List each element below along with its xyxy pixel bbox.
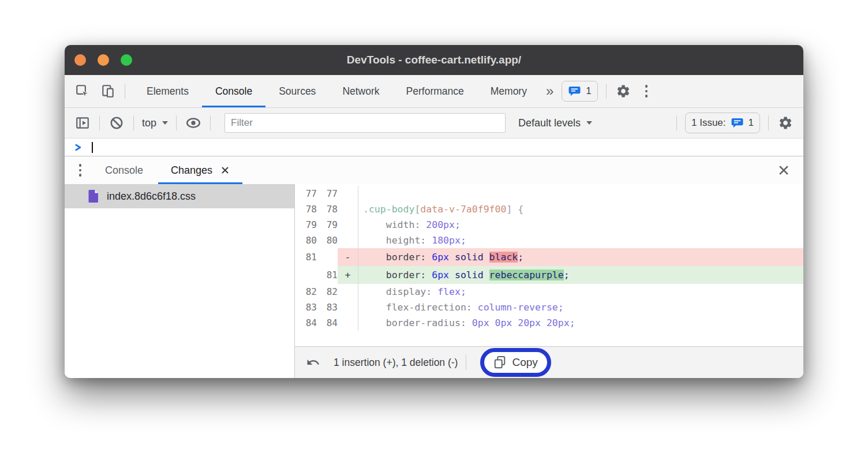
more-tools-icon[interactable]	[73, 164, 88, 177]
toolbar-divider	[125, 84, 125, 99]
diff-stats: 1 insertion (+), 1 deletion (-)	[334, 357, 458, 369]
diff-row: 7979 width: 200px;	[295, 217, 803, 233]
close-window-icon[interactable]	[74, 54, 86, 66]
changes-panel: index.8d6c6f18.css 77777878.cup-body[dat…	[65, 184, 803, 378]
log-levels-select[interactable]: Default levels	[518, 117, 592, 129]
tab-network[interactable]: Network	[329, 75, 392, 107]
diff-rows: 77777878.cup-body[data-v-7a0f9f00] {7979…	[295, 184, 803, 346]
css-file-icon	[88, 189, 99, 203]
footer-divider	[466, 355, 466, 370]
issue-message-icon	[731, 118, 744, 129]
line-number-before: 80	[295, 233, 317, 248]
line-number-before: 81	[295, 248, 317, 266]
copy-button[interactable]: Copy	[480, 348, 551, 377]
code-line: border: 6px solid black;	[358, 248, 803, 266]
diff-row: 8080 height: 180px;	[295, 233, 803, 248]
line-number-after: 80	[317, 233, 338, 248]
code-line: width: 200px;	[358, 217, 803, 233]
settings-gear-icon[interactable]	[615, 82, 632, 100]
issue-message-icon	[568, 86, 581, 97]
drawer-tab-console[interactable]: Console	[91, 156, 157, 184]
traffic-lights	[74, 54, 132, 66]
drawer-tab-changes[interactable]: Changes	[157, 156, 244, 184]
text-cursor	[92, 142, 93, 153]
code-line: flex-direction: column-reverse;	[358, 300, 803, 315]
console-prompt-chevron-icon	[74, 144, 82, 151]
drawer-toolbar: Console Changes	[65, 156, 803, 184]
diff-row: 7878.cup-body[data-v-7a0f9f00] {	[295, 201, 803, 217]
diff-marker: -	[338, 248, 358, 266]
code-line	[358, 186, 803, 201]
tab-sources[interactable]: Sources	[265, 75, 329, 107]
more-tabs-icon[interactable]: »	[546, 83, 553, 99]
zoom-window-icon[interactable]	[121, 54, 132, 66]
chevron-down-icon	[162, 121, 168, 125]
code-line: border: 6px solid rebeccapurple;	[358, 266, 803, 284]
changes-file-list: index.8d6c6f18.css	[65, 184, 295, 378]
line-number-before: 83	[295, 300, 317, 315]
issues-label: 1 Issue:	[691, 117, 726, 129]
line-number-after: 79	[317, 217, 338, 233]
toolbar-divider	[676, 115, 677, 130]
close-drawer-icon[interactable]	[778, 164, 790, 176]
diff-footer: 1 insertion (+), 1 deletion (-) Copy	[295, 346, 803, 378]
issues-count: 1	[586, 85, 591, 97]
screenshot-stage: DevTools - coffee-cart.netlify.app/ Elem…	[0, 0, 868, 464]
close-changes-tab-icon[interactable]	[220, 166, 230, 175]
code-line: border-radius: 0px 0px 20px 20px;	[358, 315, 803, 331]
inspect-element-icon[interactable]	[74, 82, 91, 100]
toolbar-divider	[133, 115, 134, 130]
line-number-before: 79	[295, 217, 317, 233]
changed-file-name: index.8d6c6f18.css	[107, 190, 196, 203]
customize-devtools-icon[interactable]	[639, 85, 654, 98]
tab-performance[interactable]: Performance	[393, 75, 477, 107]
tab-memory[interactable]: Memory	[477, 75, 540, 107]
revert-changes-icon[interactable]	[305, 356, 321, 369]
diff-row: 8282 display: flex;	[295, 284, 803, 300]
line-number-after: 78	[317, 201, 338, 217]
line-number-before	[295, 266, 317, 284]
issues-button[interactable]: 1 Issue: 1	[685, 113, 760, 133]
live-expression-eye-icon[interactable]	[185, 114, 202, 132]
toolbar-divider	[99, 115, 100, 130]
diff-marker	[338, 217, 358, 233]
code-line: display: flex;	[358, 284, 803, 300]
toolbar-divider	[606, 84, 607, 99]
issues-counter-button[interactable]: 1	[562, 81, 597, 102]
line-number-after: 83	[317, 300, 338, 315]
clear-console-icon[interactable]	[108, 114, 125, 132]
frame-context-select[interactable]: top	[142, 117, 168, 129]
toolbar-divider	[210, 115, 211, 130]
toolbar-divider	[176, 115, 177, 130]
copy-button-label: Copy	[512, 356, 537, 369]
devtools-window: DevTools - coffee-cart.netlify.app/ Elem…	[65, 45, 803, 378]
diff-marker	[338, 300, 358, 315]
chevron-down-icon	[586, 121, 592, 125]
console-sidebar-toggle-icon[interactable]	[74, 114, 91, 132]
tab-console[interactable]: Console	[202, 75, 265, 107]
line-number-after	[317, 248, 338, 266]
main-toolbar: Elements Console Sources Network Perform…	[65, 75, 803, 108]
diff-view: 77777878.cup-body[data-v-7a0f9f00] {7979…	[295, 184, 803, 378]
line-number-before: 77	[295, 186, 317, 201]
diff-row: 81+ border: 6px solid rebeccapurple;	[295, 266, 803, 284]
line-number-before: 84	[295, 315, 317, 331]
console-settings-gear-icon[interactable]	[777, 114, 794, 132]
minimize-window-icon[interactable]	[98, 54, 109, 66]
diff-marker	[338, 233, 358, 248]
device-toolbar-icon[interactable]	[99, 82, 117, 100]
diff-row: 8383 flex-direction: column-reverse;	[295, 300, 803, 315]
code-line: height: 180px;	[358, 233, 803, 248]
console-prompt[interactable]	[65, 139, 803, 156]
toolbar-divider	[768, 115, 769, 130]
diff-row: 81- border: 6px solid black;	[295, 248, 803, 266]
console-toolbar: top Default levels 1 Issue: 1	[65, 108, 803, 139]
window-titlebar: DevTools - coffee-cart.netlify.app/	[65, 45, 803, 75]
tab-elements[interactable]: Elements	[133, 75, 202, 107]
code-line: .cup-body[data-v-7a0f9f00] {	[358, 201, 803, 217]
changed-file-item[interactable]: index.8d6c6f18.css	[65, 184, 294, 208]
console-filter-input[interactable]	[225, 113, 506, 133]
window-title: DevTools - coffee-cart.netlify.app/	[65, 54, 803, 66]
line-number-after: 82	[317, 284, 338, 300]
copy-icon	[493, 356, 506, 369]
